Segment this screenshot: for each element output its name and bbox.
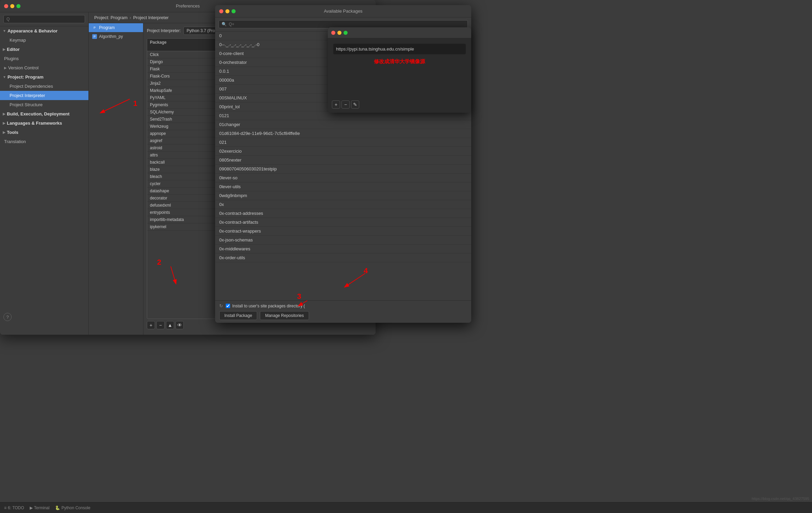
upgrade-package-button[interactable]: ▲ <box>166 321 174 329</box>
mirror-body: https://pypi.tuna.tsinghua.edu.cn/simple… <box>328 38 471 70</box>
chevron-right-icon-vc: ▶ <box>4 66 7 70</box>
project-icon-algorithm: P <box>92 34 97 39</box>
chevron-right-icon-lf: ▶ <box>3 121 5 125</box>
mirror-minimize-button[interactable] <box>337 31 341 35</box>
install-checkbox-text: Install to user's site packages director… <box>232 304 305 308</box>
sidebar-item-keymap[interactable]: Keymap <box>0 36 88 45</box>
breadcrumb-page: Project Interpreter <box>133 15 169 20</box>
sidebar-item-version-control[interactable]: ▶ Version Control <box>0 63 88 72</box>
list-item[interactable]: 0x-middlewares <box>215 245 471 253</box>
refresh-icon[interactable]: ↻ <box>219 303 223 308</box>
avail-footer: ↻ Install to user's site packages direct… <box>215 300 471 323</box>
chevron-right-icon: ▶ <box>3 47 5 51</box>
chevron-down-icon: ▼ <box>3 29 6 33</box>
sidebar-item-appearance-behavior[interactable]: ▼ Appearance & Behavior <box>0 26 88 36</box>
todo-icon: ≡ <box>4 505 6 510</box>
chevron-right-icon-be: ▶ <box>3 112 5 116</box>
list-item[interactable]: 0x-contract-addresses <box>215 209 471 218</box>
mirror-window: https://pypi.tuna.tsinghua.edu.cn/simple… <box>328 27 471 113</box>
terminal-icon: ▶ <box>30 505 33 510</box>
list-item[interactable]: 0x-contract-artifacts <box>215 218 471 227</box>
list-item[interactable]: 0lever-so <box>215 174 471 182</box>
avail-close-button[interactable] <box>219 9 223 13</box>
avail-footer-buttons-row: Install Package Manage Repositories <box>219 311 467 320</box>
list-item[interactable]: 01changer <box>215 120 471 129</box>
mirror-add-button[interactable]: + <box>332 100 340 109</box>
avail-search-input[interactable] <box>229 22 465 27</box>
sidebar-item-project-dependencies[interactable]: Project Dependencies <box>0 82 88 91</box>
show-package-details-button[interactable]: 👁 <box>176 321 184 329</box>
sidebar-search-input[interactable] <box>3 15 85 23</box>
list-item[interactable]: 0x-json-schemas <box>215 236 471 245</box>
project-list-item-program[interactable]: P Program <box>89 23 143 32</box>
sidebar-item-languages-frameworks[interactable]: ▶ Languages & Frameworks <box>0 119 88 128</box>
search-icon: 🔍 <box>222 22 227 27</box>
interpreter-label: Project Interpreter: <box>147 28 181 33</box>
help-button[interactable]: ? <box>3 313 12 321</box>
list-item[interactable]: 01d61084-d29e-11e9-96d1-7c5cf84ffe8e <box>215 129 471 138</box>
sidebar-item-translation[interactable]: Translation <box>0 137 88 146</box>
traffic-lights <box>4 4 20 8</box>
status-terminal[interactable]: ▶ Terminal <box>30 505 50 510</box>
breadcrumb-project: Project: Program <box>94 15 128 20</box>
mirror-maximize-button[interactable] <box>344 31 348 35</box>
sidebar-item-plugins[interactable]: Plugins <box>0 54 88 63</box>
list-item[interactable]: 0lever-utils <box>215 182 471 191</box>
avail-traffic-lights <box>219 9 236 13</box>
mirror-remove-button[interactable]: − <box>341 100 350 109</box>
avail-titlebar: Available Packages <box>215 5 471 17</box>
manage-repositories-button[interactable]: Manage Repositories <box>260 311 309 320</box>
install-to-user-checkbox[interactable] <box>226 304 230 308</box>
list-item[interactable]: 0wdg9nbmpm <box>215 191 471 200</box>
project-name-algorithm: Algorithm_py <box>99 34 123 39</box>
watermark: https://blog.csdn.net/qq_43827595 <box>752 497 809 501</box>
project-list-panel: P Program P Algorithm_py <box>89 23 143 335</box>
minimize-button[interactable] <box>10 4 14 8</box>
breadcrumb-separator: › <box>130 15 131 20</box>
list-item[interactable]: 0x-contract-wrappers <box>215 227 471 236</box>
sidebar-item-project-interpreter[interactable]: Project Interpreter <box>0 91 88 100</box>
mirror-annotation-text: 修改成清华大学镜像源 <box>333 58 466 65</box>
sidebar-item-project-structure[interactable]: Project Structure <box>0 100 88 109</box>
avail-window-title: Available Packages <box>324 9 362 14</box>
mirror-edit-button[interactable]: ✎ <box>351 100 359 109</box>
sidebar-item-tools[interactable]: ▶ Tools <box>0 128 88 137</box>
add-package-button[interactable]: + <box>147 321 155 329</box>
mirror-traffic-lights <box>331 31 348 35</box>
list-item[interactable]: 0x <box>215 200 471 209</box>
window-title: Preferences <box>176 3 200 9</box>
install-package-button[interactable]: Install Package <box>219 311 257 320</box>
sidebar-item-editor[interactable]: ▶ Editor <box>0 45 88 54</box>
project-list-item-algorithm[interactable]: P Algorithm_py <box>89 32 143 41</box>
python-icon: 🐍 <box>55 505 60 510</box>
sidebar: ▼ Appearance & Behavior Keymap ▶ Editor … <box>0 12 89 335</box>
status-bar: ≡ 6: TODO ▶ Terminal 🐍 Python Console ht… <box>0 502 812 513</box>
sidebar-item-project-program[interactable]: ▼ Project: Program <box>0 72 88 82</box>
project-icon-program: P <box>92 25 97 30</box>
project-name-program: Program <box>99 25 115 30</box>
status-todo[interactable]: ≡ 6: TODO <box>4 505 24 510</box>
mirror-titlebar <box>328 27 471 38</box>
sidebar-search-container <box>0 12 88 26</box>
list-item[interactable]: 0x-order-utils <box>215 253 471 262</box>
remove-package-button[interactable]: − <box>156 321 165 329</box>
chevron-down-icon-pp: ▼ <box>3 75 6 79</box>
sidebar-item-build-execution[interactable]: ▶ Build, Execution, Deployment <box>0 109 88 119</box>
avail-footer-checkbox-row: ↻ Install to user's site packages direct… <box>219 303 467 308</box>
install-checkbox-label: Install to user's site packages director… <box>226 304 305 308</box>
list-item[interactable]: 090807040506030201testpip <box>215 165 471 174</box>
chevron-right-icon-t: ▶ <box>3 130 5 134</box>
close-button[interactable] <box>4 4 8 8</box>
status-python-console[interactable]: 🐍 Python Console <box>55 505 90 510</box>
list-item[interactable]: 021 <box>215 138 471 147</box>
mirror-url-display: https://pypi.tuna.tsinghua.edu.cn/simple <box>333 44 466 54</box>
avail-minimize-button[interactable] <box>225 9 229 13</box>
list-item[interactable]: 0805nexter <box>215 156 471 165</box>
list-item[interactable]: 02exercicio <box>215 147 471 156</box>
mirror-toolbar: + − ✎ <box>332 100 359 109</box>
mirror-close-button[interactable] <box>331 31 335 35</box>
avail-maximize-button[interactable] <box>232 9 236 13</box>
maximize-button[interactable] <box>16 4 20 8</box>
